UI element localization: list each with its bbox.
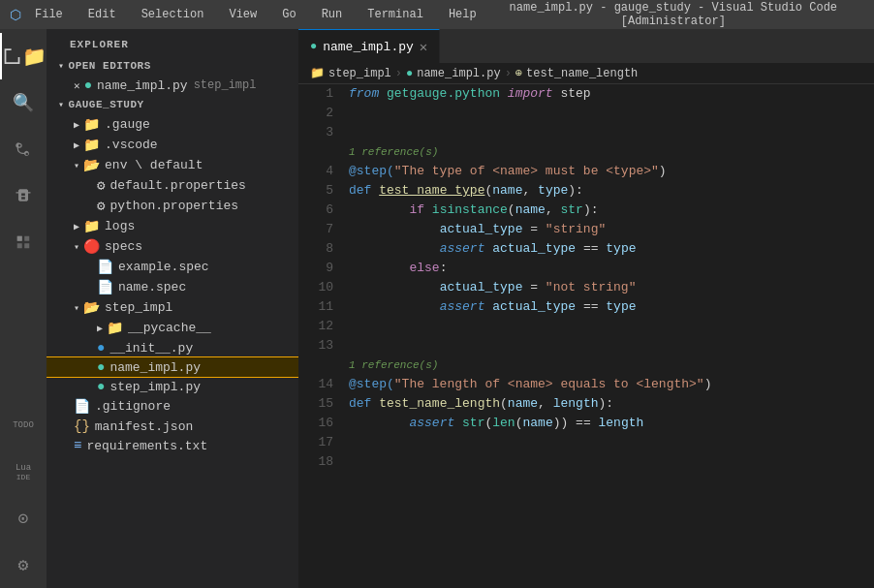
var-name-3: name xyxy=(522,414,552,433)
menu-terminal[interactable]: Terminal xyxy=(361,6,429,23)
sidebar-item-init-py[interactable]: ● __init__.py xyxy=(47,338,298,357)
specs-chevron: ▾ xyxy=(74,241,79,253)
var-actual-type-2: actual_type xyxy=(492,239,576,259)
keyword-import: import xyxy=(500,84,553,104)
specs-folder-label: specs xyxy=(105,239,142,254)
vscode-chevron: ▶ xyxy=(74,139,79,151)
breadcrumb-file-icon: ● xyxy=(406,67,413,80)
sidebar-item-name-spec[interactable]: 📄 name.spec xyxy=(47,277,298,297)
menu-view[interactable]: View xyxy=(223,6,263,23)
menu-help[interactable]: Help xyxy=(443,6,483,23)
tab-close-button[interactable]: ✕ xyxy=(420,39,427,55)
builtin-str-1: str xyxy=(560,201,582,220)
sidebar-item-manifest-json[interactable]: {} manifest.json xyxy=(47,417,298,436)
sidebar-item-pycache[interactable]: ▶ 📁 __pycache__ xyxy=(47,318,298,338)
sidebar-item-step-impl[interactable]: ▾ 📂 step_impl xyxy=(47,297,298,318)
breadcrumb-name-impl[interactable]: ● name_impl.py xyxy=(406,67,501,80)
settings-icon[interactable]: ⚙ xyxy=(0,542,47,588)
kw-def-2: def xyxy=(349,394,379,414)
code-line-3 xyxy=(349,123,874,142)
env-folder-icon: 📂 xyxy=(83,157,100,173)
logs-folder-label: logs xyxy=(105,219,135,233)
fn-test-name-length: test_name_length xyxy=(379,394,500,414)
account-icon[interactable]: ⊙ xyxy=(0,495,47,542)
decorator-step-2: @step( xyxy=(349,375,394,394)
extensions-icon[interactable] xyxy=(0,219,47,265)
step-string-1: "The type of <name> must be <type>" xyxy=(394,162,659,181)
sidebar-item-name-impl-py[interactable]: ● name_impl.py xyxy=(47,357,298,377)
source-control-icon[interactable] xyxy=(0,126,47,172)
sidebar-item-logs[interactable]: ▶ 📁 logs xyxy=(47,216,298,236)
file-icon-2: 📄 xyxy=(97,279,113,295)
sidebar-item-step-impl-py[interactable]: ● step_impl.py xyxy=(47,377,298,396)
breadcrumb-sep-1: › xyxy=(395,67,402,80)
module-getgauge: getgauge.python xyxy=(387,84,500,104)
activity-bar: 📁 🔍 TODO LuaIDE ⊙ ⚙ xyxy=(0,29,47,588)
code-editor[interactable]: 1 2 3 4 5 6 7 8 9 10 11 12 13 14 15 16 1… xyxy=(298,84,874,588)
menu-file[interactable]: File xyxy=(29,6,69,23)
debug-icon[interactable] xyxy=(0,172,47,219)
code-content[interactable]: from getgauge.python import step 1 refer… xyxy=(341,84,874,588)
code-line-11: assert actual_type == type xyxy=(349,297,874,317)
requirements-label: requirements.txt xyxy=(86,439,207,453)
var-actual-type-4: actual_type xyxy=(492,297,576,317)
sidebar-item-vscode[interactable]: ▶ 📁 .vscode xyxy=(47,135,298,155)
gitignore-label: .gitignore xyxy=(95,399,171,414)
breadcrumb-test-name-length[interactable]: ⊕ test_name_length xyxy=(515,66,638,80)
pycache-label: __pycache__ xyxy=(128,321,211,335)
gauge-study-section[interactable]: ▾ Gauge_Study xyxy=(47,95,298,114)
breadcrumb-step-impl[interactable]: 📁 step_impl xyxy=(310,66,391,80)
menu-go[interactable]: Go xyxy=(276,6,301,23)
logs-chevron: ▶ xyxy=(74,221,79,232)
sidebar-item-requirements[interactable]: ≡ requirements.txt xyxy=(47,436,298,455)
menu-bar: File Edit Selection View Go Run Terminal… xyxy=(29,6,483,23)
folder-icon: 📁 xyxy=(83,116,100,133)
sidebar-item-specs[interactable]: ▾ 🔴 specs xyxy=(47,236,298,257)
kw-else: else xyxy=(409,259,439,278)
lua-ide-icon[interactable]: LuaIDE xyxy=(0,449,47,495)
code-line-ref-2: 1 reference(s) xyxy=(349,356,874,375)
name-spec-label: name.spec xyxy=(118,280,186,294)
code-line-10: actual_type = "not string" xyxy=(349,278,874,297)
pycache-chevron: ▶ xyxy=(97,323,103,334)
var-actual-type-1: actual_type xyxy=(440,220,523,239)
menu-run[interactable]: Run xyxy=(316,6,349,23)
kw-assert-2: assert xyxy=(440,297,485,317)
tab-name-impl-py[interactable]: ● name_impl.py ✕ xyxy=(298,29,440,63)
param-type-1: type xyxy=(538,181,568,201)
code-line-8: assert actual_type == type xyxy=(349,239,874,259)
str-string: "string" xyxy=(546,220,606,239)
todo-icon[interactable]: TODO xyxy=(0,402,47,449)
decorator-step: @step( xyxy=(349,162,394,181)
close-icon[interactable]: ✕ xyxy=(74,79,80,92)
open-editor-name-impl[interactable]: ✕ ● name_impl.py step_impl xyxy=(47,76,298,95)
code-line-15: def test_name_length(name, length): xyxy=(349,394,874,414)
breadcrumb: 📁 step_impl › ● name_impl.py › ⊕ test_na… xyxy=(298,63,874,84)
editor-area: ● name_impl.py ✕ 📁 step_impl › ● name_im… xyxy=(298,29,874,588)
sidebar-item-python-properties[interactable]: ⚙ python.properties xyxy=(47,196,298,216)
menu-selection[interactable]: Selection xyxy=(136,6,210,23)
menu-edit[interactable]: Edit xyxy=(82,6,122,23)
param-name-2: name xyxy=(508,394,538,414)
app-icon: ⬡ xyxy=(10,7,21,23)
kw-if: if xyxy=(409,201,431,220)
kw-assert-3: assert xyxy=(409,414,454,433)
code-line-9: else: xyxy=(349,259,874,278)
sidebar-item-gauge[interactable]: ▶ 📁 .gauge xyxy=(47,114,298,135)
search-icon[interactable]: 🔍 xyxy=(0,79,47,126)
specs-icon: 🔴 xyxy=(83,238,100,255)
sidebar-item-gitignore[interactable]: 📄 .gitignore xyxy=(47,396,298,417)
sidebar-item-example-spec[interactable]: 📄 example.spec xyxy=(47,257,298,277)
main-layout: 📁 🔍 TODO LuaIDE ⊙ ⚙ Explorer ▾ Open Edit… xyxy=(0,29,874,588)
name-impl-py-icon: ● xyxy=(97,359,105,375)
var-actual-type-3: actual_type xyxy=(440,278,523,297)
sidebar-item-env[interactable]: ▾ 📂 env \ default xyxy=(47,155,298,175)
sidebar: Explorer ▾ Open Editors ✕ ● name_impl.py… xyxy=(47,29,298,588)
env-folder-label: env \ default xyxy=(105,158,203,172)
breadcrumb-folder-icon: 📁 xyxy=(310,66,325,80)
vscode-folder-label: .vscode xyxy=(105,138,158,152)
explorer-icon[interactable]: 📁 xyxy=(0,33,47,79)
sidebar-item-default-properties[interactable]: ⚙ default.properties xyxy=(47,175,298,196)
code-line-13 xyxy=(349,336,874,356)
open-editors-section[interactable]: ▾ Open Editors xyxy=(47,56,298,76)
